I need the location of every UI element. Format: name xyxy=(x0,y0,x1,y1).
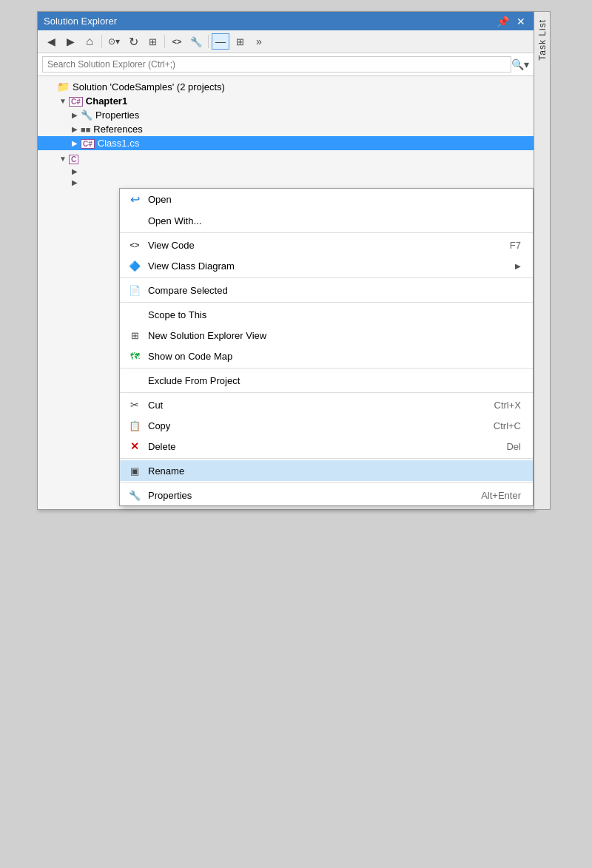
menu-item-open[interactable]: ↩ Open xyxy=(120,189,533,210)
exclude-from-project-label: Exclude From Project xyxy=(148,375,521,386)
view-code-icon: <> xyxy=(127,240,142,249)
close-button[interactable]: ✕ xyxy=(514,16,528,27)
menu-sep7 xyxy=(120,482,533,483)
scope-to-this-label: Scope to This xyxy=(148,309,521,320)
chapter1-expand-arrow: ▼ xyxy=(57,97,69,105)
home-button[interactable]: ⌂ xyxy=(81,33,98,50)
menu-item-rename[interactable]: ▣ Rename xyxy=(120,460,533,481)
new-solution-explorer-view-icon: ⊞ xyxy=(127,330,142,341)
more-button[interactable]: » xyxy=(250,33,268,50)
tree-view: 📁 Solution 'CodeSamples' (2 projects) ▼ … xyxy=(38,76,534,509)
menu-properties-icon: 🔧 xyxy=(127,490,142,501)
menu-item-cut[interactable]: ✂ Cut Ctrl+X xyxy=(120,394,533,415)
menu-item-properties[interactable]: 🔧 Properties Alt+Enter xyxy=(120,485,533,505)
menu-item-copy[interactable]: 📋 Copy Ctrl+C xyxy=(120,415,533,436)
menu-sep6 xyxy=(120,458,533,459)
delete-label: Delete xyxy=(148,441,488,452)
new-solution-explorer-view-label: New Solution Explorer View xyxy=(148,330,521,341)
class1cs-icon: C# xyxy=(81,138,95,149)
delete-icon: ✕ xyxy=(127,440,142,452)
context-menu: ↩ Open Open With... <> View Code F7 xyxy=(119,188,534,506)
class1cs-expand-arrow: ▶ xyxy=(69,139,81,147)
menu-item-view-code[interactable]: <> View Code F7 xyxy=(120,235,533,255)
open-icon: ↩ xyxy=(127,192,142,206)
menu-item-exclude-from-project[interactable]: Exclude From Project xyxy=(120,370,533,391)
menu-properties-label: Properties xyxy=(148,490,463,501)
show-on-code-map-icon: 🗺 xyxy=(127,351,142,362)
chapter1-label: Chapter1 xyxy=(86,95,127,107)
tree-item-chapter1[interactable]: ▼ C# Chapter1 xyxy=(38,94,534,108)
menu-item-open-with[interactable]: Open With... xyxy=(120,210,533,231)
tree-item-solution[interactable]: 📁 Solution 'CodeSamples' (2 projects) xyxy=(38,79,534,94)
menu-sep3 xyxy=(120,302,533,303)
search-button[interactable]: 🔍▾ xyxy=(511,56,529,73)
properties-expand-arrow: ▶ xyxy=(69,111,81,119)
menu-item-scope-to-this[interactable]: Scope to This xyxy=(120,304,533,325)
settings-button[interactable]: 🔧 xyxy=(187,33,205,50)
references-expand-arrow: ▶ xyxy=(69,125,81,133)
back-button[interactable]: ◀ xyxy=(42,33,60,50)
properties-label: Properties xyxy=(95,110,139,121)
search-bar: 🔍▾ xyxy=(38,53,534,76)
menu-sep2 xyxy=(120,277,533,278)
properties-icon: 🔧 xyxy=(81,110,92,121)
view-class-diagram-icon: 🔷 xyxy=(127,260,142,272)
compare-selected-icon: 📄 xyxy=(127,285,142,296)
copy-label: Copy xyxy=(148,420,476,431)
view-class-diagram-arrow: ▶ xyxy=(515,262,521,270)
pin-button[interactable]: 📌 xyxy=(494,16,511,27)
menu-item-show-on-code-map[interactable]: 🗺 Show on Code Map xyxy=(120,346,533,366)
open-label: Open xyxy=(148,194,503,205)
chapter2-expand-arrow: ▼ xyxy=(57,155,69,163)
tree-sub-item1[interactable]: ▶ xyxy=(38,166,534,177)
copy-shortcut: Ctrl+C xyxy=(494,420,521,431)
tree-item-properties[interactable]: ▶ 🔧 Properties xyxy=(38,108,534,122)
references-icon: ■■ xyxy=(81,125,90,134)
task-list-label: Task List xyxy=(537,19,548,61)
menu-item-delete[interactable]: ✕ Delete Del xyxy=(120,436,533,457)
solution-label: Solution 'CodeSamples' (2 projects) xyxy=(73,81,225,92)
title-bar: Solution Explorer 📌 ✕ xyxy=(38,12,534,30)
cut-label: Cut xyxy=(148,400,477,411)
tree-sub-item2[interactable]: ▶ xyxy=(38,177,534,188)
menu-sep4 xyxy=(120,368,533,369)
menu-sep1 xyxy=(120,232,533,233)
tree-item-chapter2[interactable]: ▼ C xyxy=(38,152,534,166)
history-button[interactable]: ⊙▾ xyxy=(105,33,123,50)
menu-properties-shortcut: Alt+Enter xyxy=(481,490,521,501)
chapter2-icon: C xyxy=(69,153,78,164)
forward-button[interactable]: ▶ xyxy=(61,33,79,50)
toolbar-sep2 xyxy=(164,35,165,48)
show-on-code-map-label: Show on Code Map xyxy=(148,351,521,362)
solution-explorer-title: Solution Explorer xyxy=(44,16,117,27)
toolbar-sep3 xyxy=(208,35,209,48)
tree-item-class1cs[interactable]: ▶ C# Class1.cs xyxy=(38,136,534,150)
diagram-button[interactable]: ⊞ xyxy=(231,33,249,50)
minimize-button[interactable]: — xyxy=(212,33,229,50)
menu-item-compare-selected[interactable]: 📄 Compare Selected xyxy=(120,280,533,300)
sub2-expand-arrow: ▶ xyxy=(69,178,81,186)
sync-button[interactable]: ⊞ xyxy=(144,33,161,50)
sub1-expand-arrow: ▶ xyxy=(69,167,81,175)
view-code-shortcut: F7 xyxy=(510,240,521,251)
view-code-label: View Code xyxy=(148,240,492,251)
rename-icon: ▣ xyxy=(127,465,142,477)
search-input[interactable] xyxy=(42,56,511,73)
open-with-label: Open With... xyxy=(148,215,503,226)
menu-item-new-solution-explorer-view[interactable]: ⊞ New Solution Explorer View xyxy=(120,325,533,346)
references-label: References xyxy=(93,124,142,135)
solution-icon: 📁 xyxy=(57,81,70,92)
cut-shortcut: Ctrl+X xyxy=(494,400,521,411)
toolbar: ◀ ▶ ⌂ ⊙▾ ↻ ⊞ <> 🔧 — ⊞ » xyxy=(38,30,534,53)
menu-item-view-class-diagram[interactable]: 🔷 View Class Diagram ▶ xyxy=(120,255,533,276)
toolbar-sep1 xyxy=(101,35,102,48)
copy-icon: 📋 xyxy=(127,420,142,431)
tree-item-references[interactable]: ▶ ■■ References xyxy=(38,122,534,136)
task-list-tab[interactable]: Task List xyxy=(534,11,551,510)
view-class-diagram-label: View Class Diagram xyxy=(148,260,512,272)
chapter1-icon: C# xyxy=(69,95,83,107)
class1cs-label: Class1.cs xyxy=(98,138,139,149)
refresh-button[interactable]: ↻ xyxy=(124,33,142,50)
menu-sep5 xyxy=(120,392,533,393)
view-code-button[interactable]: <> xyxy=(168,33,186,50)
